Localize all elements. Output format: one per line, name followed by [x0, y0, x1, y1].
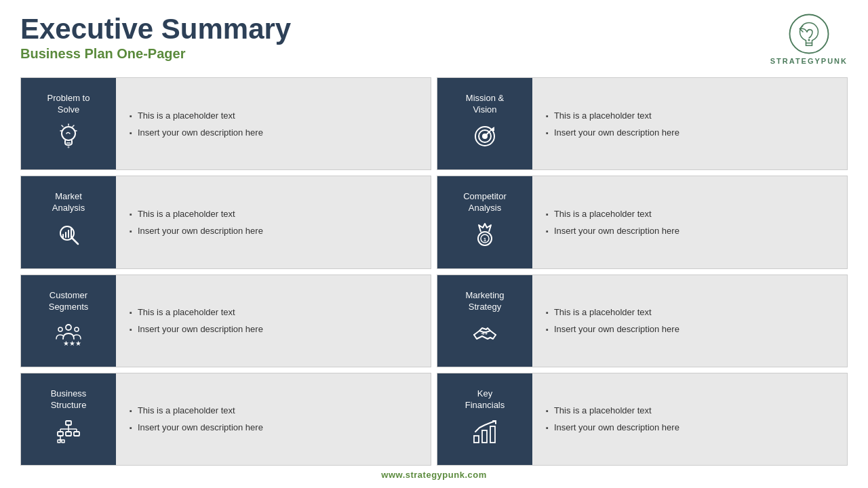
- card-label-marketing-strategy: MarketingStrategy: [465, 290, 504, 313]
- card-label-customer-segments: CustomerSegments: [49, 290, 89, 313]
- cards-grid: Problem toSolve ▪ This is a placeholder …: [20, 77, 848, 466]
- svg-point-2: [62, 127, 75, 140]
- card-item-problem-to-solve-0: ▪ This is a placeholder text: [130, 110, 417, 121]
- svg-line-14: [72, 238, 78, 244]
- strategypunk-logo-icon: [789, 14, 829, 54]
- card-left-competitor-analysis: CompetitorAnalysis 1: [437, 176, 532, 268]
- card-item-text: This is a placeholder text: [138, 209, 235, 219]
- bullet-icon: ▪: [130, 210, 132, 218]
- medal-icon: 1: [470, 220, 500, 253]
- card-item-key-financials-1: ▪ Insert your own description here: [546, 422, 833, 432]
- bullet-icon: ▪: [546, 227, 549, 235]
- card-right-business-structure: ▪ This is a placeholder text ▪ Insert yo…: [116, 373, 431, 465]
- card-item-text: Insert your own description here: [138, 127, 263, 138]
- bullet-icon: ▪: [546, 210, 549, 218]
- svg-point-0: [789, 15, 828, 54]
- card-item-mission-vision-0: ▪ This is a placeholder text: [546, 110, 833, 121]
- card-item-text: This is a placeholder text: [138, 405, 235, 415]
- bullet-icon: ▪: [546, 424, 549, 432]
- logo-text: STRATEGYPUNK: [770, 57, 848, 65]
- card-right-market-analysis: ▪ This is a placeholder text ▪ Insert yo…: [116, 176, 431, 268]
- svg-rect-38: [62, 440, 64, 443]
- target-icon: [470, 121, 500, 155]
- card-left-problem-to-solve: Problem toSolve: [21, 78, 116, 169]
- logo-area: STRATEGYPUNK: [770, 14, 848, 65]
- chart-search-icon: [54, 220, 83, 253]
- svg-point-24: [75, 327, 79, 331]
- org-chart-icon: [54, 417, 83, 450]
- svg-rect-26: [66, 421, 71, 425]
- svg-point-22: [66, 325, 71, 330]
- card-item-text: This is a placeholder text: [138, 110, 235, 121]
- card-left-mission-vision: Mission &Vision: [437, 78, 532, 169]
- card-left-key-financials: KeyFinancials: [437, 373, 532, 465]
- main-title: Executive Summary: [20, 14, 291, 45]
- card-label-key-financials: KeyFinancials: [465, 388, 505, 411]
- bullet-icon: ▪: [130, 129, 132, 137]
- bullet-icon: ▪: [130, 227, 132, 235]
- bullet-icon: ▪: [130, 424, 132, 432]
- card-item-marketing-strategy-1: ▪ Insert your own description here: [546, 324, 833, 334]
- card-item-text: This is a placeholder text: [138, 307, 235, 317]
- bar-chart-icon: [470, 417, 500, 450]
- svg-rect-39: [474, 436, 479, 443]
- card-business-structure: BusinessStructure ▪ This is a placeholde…: [20, 373, 431, 466]
- card-item-key-financials-0: ▪ This is a placeholder text: [546, 405, 833, 415]
- card-item-text: Insert your own description here: [138, 226, 263, 236]
- bullet-icon: ▪: [130, 112, 132, 120]
- card-item-market-analysis-0: ▪ This is a placeholder text: [130, 209, 417, 219]
- card-key-financials: KeyFinancials ▪ This is a placeholder te…: [437, 373, 848, 466]
- card-item-text: This is a placeholder text: [554, 405, 652, 415]
- card-right-customer-segments: ▪ This is a placeholder text ▪ Insert yo…: [116, 275, 431, 367]
- svg-point-8: [68, 146, 70, 148]
- bullet-icon: ▪: [546, 407, 549, 415]
- card-item-market-analysis-1: ▪ Insert your own description here: [130, 226, 417, 236]
- card-left-market-analysis: MarketAnalysis: [21, 176, 116, 268]
- page: Executive Summary Business Plan One-Page…: [0, 0, 868, 488]
- svg-point-1: [808, 39, 810, 41]
- card-label-business-structure: BusinessStructure: [51, 388, 87, 411]
- card-item-text: Insert your own description here: [554, 422, 679, 432]
- card-right-marketing-strategy: ▪ This is a placeholder text ▪ Insert yo…: [532, 275, 847, 367]
- svg-rect-37: [58, 440, 60, 443]
- header: Executive Summary Business Plan One-Page…: [20, 14, 848, 65]
- lightbulb-icon: [54, 121, 83, 155]
- card-customer-segments: CustomerSegments ★★★ ▪ This is a placeho…: [20, 274, 431, 367]
- card-right-problem-to-solve: ▪ This is a placeholder text ▪ Insert yo…: [116, 78, 431, 169]
- card-right-key-financials: ▪ This is a placeholder text ▪ Insert yo…: [532, 373, 847, 465]
- card-item-text: Insert your own description here: [554, 127, 679, 138]
- svg-text:★★★: ★★★: [63, 340, 81, 347]
- card-market-analysis: MarketAnalysis ▪ This is a placeholder t…: [20, 176, 431, 268]
- card-right-competitor-analysis: ▪ This is a placeholder text ▪ Insert yo…: [532, 176, 847, 268]
- bullet-icon: ▪: [546, 129, 549, 137]
- card-label-competitor-analysis: CompetitorAnalysis: [463, 191, 507, 214]
- bullet-icon: ▪: [130, 407, 132, 415]
- card-item-competitor-analysis-1: ▪ Insert your own description here: [546, 226, 833, 236]
- card-item-competitor-analysis-0: ▪ This is a placeholder text: [546, 209, 833, 219]
- card-item-business-structure-1: ▪ Insert your own description here: [130, 422, 417, 432]
- card-left-business-structure: BusinessStructure: [21, 373, 116, 465]
- svg-rect-33: [66, 432, 71, 436]
- card-item-text: This is a placeholder text: [554, 209, 652, 219]
- svg-rect-32: [58, 432, 63, 436]
- card-item-text: This is a placeholder text: [554, 307, 652, 317]
- card-item-text: This is a placeholder text: [554, 110, 652, 121]
- card-item-marketing-strategy-0: ▪ This is a placeholder text: [546, 307, 833, 317]
- svg-line-7: [62, 125, 63, 127]
- card-competitor-analysis: CompetitorAnalysis 1 ▪ This is a placeho…: [437, 176, 848, 268]
- card-item-customer-segments-0: ▪ This is a placeholder text: [130, 307, 417, 317]
- bullet-icon: ▪: [130, 325, 132, 333]
- people-icon: ★★★: [54, 319, 83, 352]
- card-left-marketing-strategy: MarketingStrategy: [437, 275, 532, 367]
- card-right-mission-vision: ▪ This is a placeholder text ▪ Insert yo…: [532, 78, 847, 169]
- header-left: Executive Summary Business Plan One-Page…: [20, 14, 291, 62]
- footer: www.strategypunk.com: [20, 466, 848, 481]
- bullet-icon: ▪: [130, 308, 132, 317]
- card-label-problem-to-solve: Problem toSolve: [47, 93, 90, 116]
- card-item-text: Insert your own description here: [554, 226, 679, 236]
- card-item-problem-to-solve-1: ▪ Insert your own description here: [130, 127, 417, 138]
- svg-rect-41: [490, 426, 495, 443]
- card-item-mission-vision-1: ▪ Insert your own description here: [546, 127, 833, 138]
- svg-rect-40: [482, 430, 487, 443]
- card-marketing-strategy: MarketingStrategy ▪ This is a placeholde…: [437, 274, 848, 367]
